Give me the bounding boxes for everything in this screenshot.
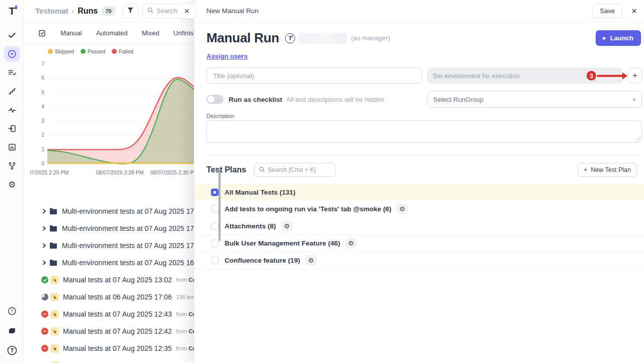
manual-run-chip-icon: [50, 344, 59, 353]
checkbox-unchecked[interactable]: [211, 222, 219, 230]
sidebar-item-runs[interactable]: [4, 46, 20, 62]
plan-settings-button[interactable]: ⚙: [281, 221, 293, 231]
plan-settings-button[interactable]: ⚙: [396, 204, 408, 214]
tab-mixed[interactable]: Mixed: [142, 29, 160, 37]
manual-run-chip-icon: [50, 327, 59, 336]
test-plan-label: Add tests to ongoing run via 'Tests' tab…: [225, 205, 391, 213]
x-axis-tick: 08/07/2025 2:28 PM: [96, 169, 144, 175]
new-test-plan-button[interactable]: + New Test Plan: [578, 163, 637, 177]
add-environment-button[interactable]: +: [628, 68, 642, 83]
launch-label: Launch: [610, 34, 633, 42]
test-plan-label: Confluence feature (19): [225, 257, 300, 264]
legend-dot: [81, 49, 86, 54]
filter-button[interactable]: [122, 4, 138, 19]
legend-label: Failed: [119, 48, 133, 54]
run-label: Manual tests at 07 Aug 2025 12:35: [63, 344, 172, 352]
y-axis-tick: 3: [29, 118, 44, 124]
checkbox-unchecked[interactable]: [211, 257, 219, 264]
tab-manual[interactable]: Manual: [60, 29, 82, 37]
folder-icon: [49, 259, 58, 266]
page-title: Manual Run: [206, 30, 279, 46]
close-icon[interactable]: ×: [631, 6, 637, 16]
manual-run-icon: [50, 310, 59, 319]
legend-dot: [48, 49, 53, 54]
tab-automated[interactable]: Automated: [96, 29, 128, 37]
chevron-right-icon[interactable]: [41, 260, 49, 266]
y-axis-tick: 6: [29, 75, 44, 81]
breadcrumb-project[interactable]: Testomat: [35, 7, 68, 15]
sidebar-item-settings[interactable]: ⚙: [4, 177, 20, 192]
failed-status-icon: [41, 311, 48, 318]
help-button[interactable]: ?: [4, 304, 20, 319]
passed-status-icon: [41, 276, 48, 283]
test-plans-title: Test Plans: [206, 165, 246, 174]
sidebar-item-branches[interactable]: [4, 158, 20, 173]
sidebar-item-test-plans[interactable]: [4, 65, 20, 80]
legend-label: Passed: [88, 48, 105, 54]
test-plan-row[interactable]: Bulk User Management Feature (46)⚙: [194, 235, 644, 252]
run-label: Manual tests at 07 Aug 2025 13:02: [63, 276, 172, 284]
bulk-select-icon[interactable]: [38, 29, 46, 37]
run-label: Multi-environment tests at 07 Aug 2025 1…: [62, 224, 204, 232]
checkbox-unchecked[interactable]: [211, 205, 219, 213]
test-plan-row[interactable]: Confluence feature (19)⚙: [194, 252, 644, 269]
sidebar-item-steps[interactable]: [4, 84, 20, 99]
gear-icon: ⚙: [348, 240, 354, 247]
test-plans-search-input[interactable]: [268, 166, 327, 173]
legend-item-skipped: Skipped: [48, 48, 74, 54]
save-button[interactable]: Save: [592, 4, 622, 18]
test-plan-row[interactable]: Add tests to ongoing run via 'Tests' tab…: [194, 201, 644, 218]
finished-status-icon: [41, 293, 48, 300]
checkbox-checked[interactable]: [211, 189, 219, 196]
rungroup-select[interactable]: Select RunGroup ▾: [427, 91, 642, 108]
sidebar-item-import[interactable]: [4, 121, 20, 136]
gear-icon: ⚙: [8, 180, 16, 189]
app-logo[interactable]: T: [9, 5, 15, 18]
manual-run-icon: [50, 327, 59, 336]
test-plans-list: All Manual Tests (131)Add tests to ongoi…: [194, 184, 644, 269]
failed-status-icon: [41, 345, 48, 352]
test-plan-row[interactable]: All Manual Tests (131): [194, 184, 644, 201]
resize-grip[interactable]: [636, 137, 640, 141]
run-title-input[interactable]: [206, 68, 422, 84]
run-label: Multi-environment tests at 07 Aug 2025 1…: [62, 241, 204, 250]
new-test-plan-label: New Test Plan: [591, 166, 631, 173]
sidebar-item-reports[interactable]: [4, 140, 20, 155]
panel-scrollbar[interactable]: [219, 169, 221, 241]
search-icon: [147, 7, 154, 16]
run-label: Multi-environment tests at 07 Aug 2025 1…: [62, 259, 204, 267]
chevron-right-icon[interactable]: [41, 225, 49, 231]
runs-count-badge: 70: [102, 7, 115, 16]
play-icon: ▶: [603, 36, 606, 40]
legend-label: Skipped: [55, 48, 74, 54]
environment-input[interactable]: [427, 68, 623, 84]
test-plans-search[interactable]: [254, 163, 335, 177]
test-plan-row[interactable]: Attachments (8)⚙: [194, 218, 644, 235]
manual-run-chip-icon: [50, 310, 59, 319]
annotation-arrow-head: [622, 72, 627, 79]
sidebar-item-tests[interactable]: [4, 28, 20, 43]
checkbox-unchecked[interactable]: [211, 239, 219, 247]
svg-text:?: ?: [11, 309, 13, 314]
chevron-right-icon[interactable]: [41, 243, 49, 249]
manual-run-chip-icon: [50, 276, 59, 284]
x-axis-tick: 08/07/2025 2:25 PM: [30, 169, 68, 175]
breadcrumb-separator: ›: [72, 7, 75, 15]
run-label: Manual tests at 07 Aug 2025 12:43: [63, 310, 172, 318]
help-icon: ?: [8, 307, 17, 316]
launch-button[interactable]: ▶ Launch: [596, 30, 641, 46]
run-as-checklist-toggle[interactable]: [206, 95, 224, 104]
chevron-right-icon[interactable]: [41, 208, 49, 214]
plan-settings-button[interactable]: ⚙: [345, 238, 357, 249]
profile-logo-button[interactable]: T: [4, 343, 20, 358]
assign-users-link[interactable]: Assign users: [206, 52, 248, 60]
search-icon: [259, 165, 265, 174]
import-icon: [8, 124, 17, 133]
checklist-label: Run as checklist: [229, 96, 282, 103]
sidebar-item-pulse[interactable]: [4, 102, 20, 117]
description-textarea[interactable]: [206, 120, 642, 143]
drawer-close-chip[interactable]: ×: [178, 4, 196, 19]
docs-button[interactable]: [4, 323, 20, 338]
y-axis-tick: 5: [29, 90, 44, 95]
plan-settings-button[interactable]: ⚙: [305, 255, 317, 266]
